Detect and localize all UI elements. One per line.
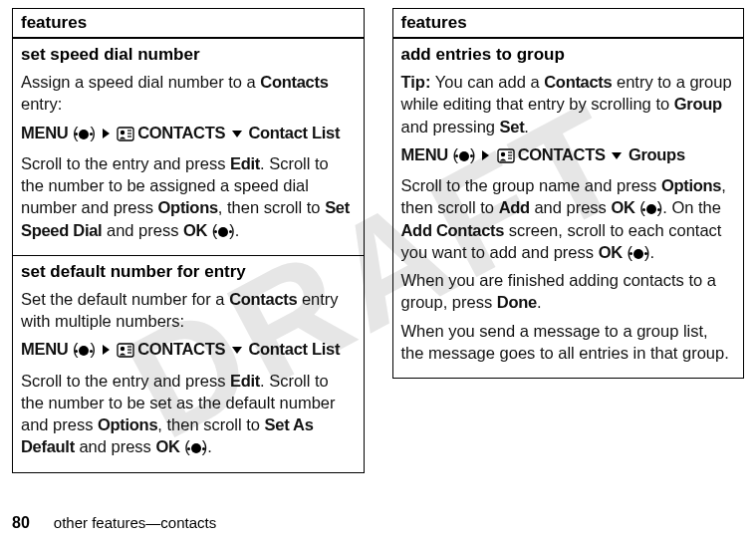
menu-path: MENU () CONTACTS Contact List [21,338,356,363]
footer-text: other features—contacts [54,514,216,531]
center-key-icon [79,346,89,356]
text: and press [75,437,156,455]
text: Set the default number for a [21,290,229,308]
center-key-icon [218,227,228,237]
menu-path: MENU () CONTACTS Groups [401,143,736,168]
text: , then scroll to [218,198,325,216]
contacts-icon [497,146,515,168]
text: ). On the [657,198,721,216]
table-row: add entries to group Tip: You can add a … [392,38,744,379]
menu-label: MENU [401,145,448,163]
center-key-icon [646,204,656,214]
contacts-label: Contacts [260,73,328,91]
contacts-menu-label: CONTACTS [518,145,606,163]
options-label: Options [661,176,721,194]
body-text: Assign a speed dial number to a Contacts… [21,71,356,116]
text: You can add a [430,73,544,91]
right-column: features add entries to group Tip: You c… [392,8,745,473]
contacts-menu-label: CONTACTS [137,340,225,358]
contact-list-label: Contact List [248,340,340,358]
center-key-icon [633,249,643,259]
text: Scroll to the group name and press [401,176,661,194]
options-label: Options [98,415,157,433]
body-text: Set the default number for a Contacts en… [21,288,356,333]
set-label: Set [500,118,525,136]
row-title: set default number for entry [21,262,356,282]
features-table-right: features add entries to group Tip: You c… [392,8,745,379]
arrow-down-icon [612,152,622,159]
text: Assign a speed dial number to a [21,73,260,91]
row-title: set speed dial number [21,45,356,65]
contacts-icon [117,125,134,146]
groups-label: Groups [629,145,685,163]
add-label: Add [499,198,530,216]
text: . [537,293,542,311]
center-key-icon [79,130,89,139]
body-text: Tip: You can add a Contacts entry to a g… [401,71,736,137]
menu-label: MENU [21,340,68,358]
contacts-label: Contacts [544,73,612,91]
features-table-left: features set speed dial number Assign a … [12,8,365,473]
row-title: add entries to group [401,45,736,65]
body-text: Scroll to the group name and press Optio… [401,174,736,263]
text: Scroll to the entry and press [21,154,230,172]
menu-label: MENU [21,124,68,141]
body-text: Scroll to the entry and press Edit. Scro… [21,370,356,458]
text: Scroll to the entry and press [21,372,230,390]
text: and press [530,198,612,216]
features-header-left: features [13,9,365,39]
arrow-right-icon [103,345,110,355]
edit-label: Edit [230,154,260,172]
body-text: When you are finished adding contacts to… [401,269,736,314]
tip-label: Tip: [401,73,431,91]
arrow-down-icon [232,347,242,354]
contacts-menu-label: CONTACTS [137,124,225,141]
center-key-icon [191,443,201,453]
done-label: Done [497,293,537,311]
ok-label: OK [183,221,207,239]
text: . [524,118,529,136]
arrow-right-icon [103,129,110,138]
text: entry: [21,95,62,113]
left-column: features set speed dial number Assign a … [12,8,365,473]
text: , then scroll to [157,415,264,433]
text: When you are finished adding contacts to… [401,271,716,311]
edit-label: Edit [230,372,260,390]
svg-point-6 [121,347,125,351]
contact-list-label: Contact List [248,124,340,141]
svg-point-1 [121,130,125,134]
group-label: Group [674,95,722,113]
contacts-label: Contacts [229,290,297,308]
text: and press [102,221,183,239]
body-text: When you send a message to a group list,… [401,320,736,365]
add-contacts-label: Add Contacts [401,221,505,239]
arrow-down-icon [232,131,242,137]
contacts-icon [117,341,134,363]
ok-label: OK [155,437,179,455]
two-column-layout: features set speed dial number Assign a … [0,0,756,473]
body-text: Scroll to the entry and press Edit. Scro… [21,152,356,241]
ok-label: OK [599,243,623,261]
arrow-right-icon [482,150,489,160]
menu-path: MENU () CONTACTS Contact List [21,122,356,146]
page-footer: 80other features—contacts [12,514,216,532]
ok-label: OK [611,198,634,216]
table-row: set speed dial number Assign a speed dia… [13,38,365,255]
svg-point-11 [500,152,504,156]
center-key-icon [459,151,469,161]
table-row: set default number for entry Set the def… [13,255,365,472]
options-label: Options [158,198,218,216]
page-number: 80 [12,514,30,531]
text: and pressing [401,118,500,136]
features-header-right: features [392,9,744,39]
